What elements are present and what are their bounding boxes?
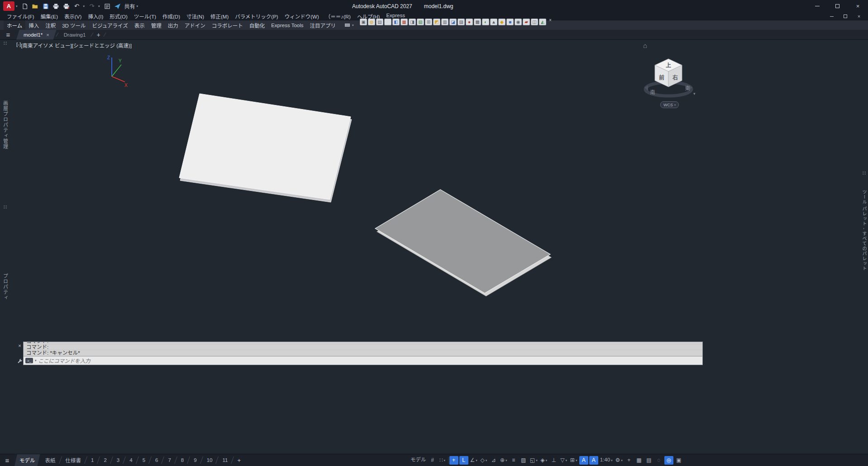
compass-east-label[interactable]: 東	[685, 86, 690, 91]
mini-toolbar-icon[interactable]: ▰	[523, 19, 530, 25]
undo-history-caret-icon[interactable]: ▾	[83, 5, 85, 8]
ribbon-tab[interactable]: 自動化	[246, 20, 268, 30]
ribbon-tab[interactable]: 管理	[148, 20, 165, 30]
command-input-icon[interactable]: >_	[25, 358, 33, 363]
ribbon-tab[interactable]: 3D ツール	[59, 20, 89, 30]
layout-menu-icon[interactable]: ≡	[0, 456, 14, 464]
viewcube-home-icon[interactable]: ⌂	[643, 42, 647, 49]
dynamic-ucs-toggle[interactable]: ⊥	[549, 456, 558, 465]
layout-tab[interactable]: 1	[86, 454, 99, 466]
tool-palettes-bar[interactable]: ツール パレット - すべてのパレット	[861, 171, 868, 284]
redo-history-caret-icon[interactable]: ▾	[98, 5, 100, 8]
object-snap-toggle[interactable]: ⊕▾	[499, 456, 508, 465]
viewcube-menu-caret-icon[interactable]: ▾	[693, 91, 696, 96]
file-tab-menu-icon[interactable]: ≡	[0, 31, 16, 38]
units-button[interactable]: ▦	[634, 456, 644, 465]
mini-toolbar-icon[interactable]: ▨	[458, 19, 465, 25]
mini-toolbar-icon[interactable]: ◪	[449, 19, 457, 25]
menu-item[interactable]: ツール(T)	[131, 13, 159, 20]
ribbon-tab[interactable]: コラボレート	[209, 20, 246, 30]
undo-button[interactable]: ↶	[72, 1, 82, 11]
save-button[interactable]	[41, 1, 51, 11]
polar-tracking-toggle[interactable]: ∠▾	[469, 456, 478, 465]
gizmo-toggle[interactable]: ⊞▾	[569, 456, 578, 465]
quick-properties-toggle[interactable]: ▤	[644, 456, 653, 465]
menu-item[interactable]: 寸法(N)	[183, 13, 207, 20]
mini-toolbar-icon[interactable]: ◧	[392, 19, 400, 25]
sheet-set-button[interactable]	[102, 1, 112, 11]
minimize-button[interactable]	[807, 0, 827, 12]
mini-toolbar-icon[interactable]: ◉	[515, 19, 522, 25]
file-tab-model1[interactable]: model1* ×	[16, 30, 57, 40]
menu-item[interactable]: （＝＝♪(R)	[322, 13, 354, 20]
mini-toolbar-icon[interactable]: ■	[506, 19, 514, 25]
mini-toolbar-icon[interactable]: ◨	[409, 19, 416, 25]
mini-toolbar-icon[interactable]: ●	[466, 19, 473, 25]
drawing-area[interactable]: - 南東アイソメ ビュー シェードとエッジ (高速) Z Y X ⌂ 上 前 右	[0, 40, 868, 454]
ribbon-display-toggle[interactable]: ▾	[343, 20, 358, 30]
menu-item[interactable]: 表示(V)	[61, 13, 85, 20]
menu-item[interactable]: 挿入(I)	[85, 13, 106, 20]
properties-palette-bar[interactable]: プロパティ	[1, 204, 10, 363]
mini-toolbar-icon[interactable]: ◫	[531, 19, 538, 25]
open-file-button[interactable]	[30, 1, 40, 11]
layout-tab[interactable]: 7	[163, 454, 176, 466]
new-drawing-tab-button[interactable]: +	[93, 31, 104, 38]
compass-south-label[interactable]: 南	[650, 90, 655, 95]
application-menu-button[interactable]: A	[3, 1, 14, 11]
workspace-switching-button[interactable]: ⚙▾	[615, 456, 624, 465]
mini-toolbar-icon[interactable]: ⊞	[425, 19, 432, 25]
layout-tab[interactable]: 3	[112, 454, 124, 466]
ribbon-tab[interactable]: 注目アプリ	[307, 20, 339, 30]
file-tab-close-icon[interactable]: ×	[46, 32, 49, 38]
toolbar-close-icon[interactable]: ×	[549, 18, 552, 23]
layout-tab[interactable]: 表紙	[40, 454, 61, 466]
annotation-autoscale-toggle[interactable]: A	[589, 456, 598, 465]
palette-grip-icon[interactable]	[3, 41, 7, 45]
dynamic-input-toggle[interactable]: +	[449, 456, 458, 465]
clean-screen-toggle[interactable]: ▣	[674, 456, 683, 465]
annotation-visibility-toggle[interactable]: A	[579, 456, 588, 465]
mini-toolbar-icon[interactable]: ▤	[376, 19, 383, 25]
palette-grip-icon[interactable]	[862, 171, 866, 175]
layout-tab[interactable]: 11	[217, 454, 233, 466]
gray-3d-plate[interactable]	[375, 190, 550, 293]
share-button-label[interactable]: 共有	[124, 2, 135, 10]
layer-properties-palette-bar[interactable]: 画層プロパティ管理	[1, 40, 10, 203]
mini-toolbar-icon[interactable]: ▩	[474, 19, 481, 25]
ribbon-tab[interactable]: ホーム	[4, 20, 25, 30]
3d-object-snap-toggle[interactable]: ◈▾	[539, 456, 548, 465]
selection-cycling-toggle[interactable]: ◱▾	[529, 456, 539, 465]
view-controls-button[interactable]: 南東アイソメ ビュー	[21, 42, 72, 49]
doc-restore-button[interactable]	[839, 13, 852, 20]
menu-item[interactable]: 作成(D)	[159, 13, 183, 20]
ribbon-tab[interactable]: 表示	[131, 20, 148, 30]
menu-item[interactable]: 形式(O)	[106, 13, 131, 20]
mini-toolbar-icon[interactable]: ◆	[498, 19, 506, 25]
grid-display-toggle[interactable]: #	[428, 456, 437, 465]
share-button[interactable]	[113, 1, 123, 11]
model-space-button[interactable]: モデル	[410, 456, 427, 465]
command-customize-wrench-icon[interactable]	[17, 358, 23, 364]
mini-toolbar-icon[interactable]: ▣	[360, 19, 367, 25]
mini-toolbar-icon[interactable]: ▧	[417, 19, 424, 25]
command-recent-caret-icon[interactable]: ▾	[35, 359, 37, 362]
mini-toolbar-icon[interactable]: ◩	[433, 19, 440, 25]
menu-item[interactable]: ウィンドウ(W)	[281, 13, 322, 20]
visual-style-controls-button[interactable]: シェードとエッジ (高速)	[72, 42, 132, 49]
layout-tab[interactable]: 仕様書	[61, 454, 86, 466]
redo-button[interactable]: ↷	[87, 1, 97, 11]
ribbon-tab[interactable]: 出力	[165, 20, 181, 30]
menu-item[interactable]: 修正(M)	[207, 13, 232, 20]
doc-minimize-button[interactable]	[825, 13, 839, 20]
viewport-controls-button[interactable]: -	[16, 42, 21, 49]
publish-button[interactable]	[62, 1, 72, 11]
qat-customize-caret-icon[interactable]: ▾	[137, 5, 138, 8]
mini-toolbar-icon[interactable]: ▲	[490, 19, 497, 25]
isometric-drafting-toggle[interactable]: ◇▾	[479, 456, 488, 465]
ribbon-tab[interactable]: アドイン	[181, 20, 209, 30]
mini-toolbar-icon[interactable]: ◍	[368, 19, 375, 25]
annotation-scale-button[interactable]: 1:40▾	[599, 456, 614, 465]
selection-filtering-toggle[interactable]: ▽▾	[559, 456, 568, 465]
annotation-monitor-toggle[interactable]: +	[625, 456, 634, 465]
